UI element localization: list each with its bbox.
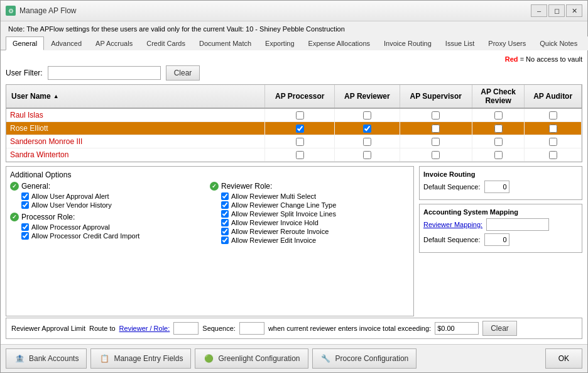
tab-proxy-users[interactable]: Proxy Users [481, 36, 533, 50]
user-name-rose[interactable]: Rose Elliott [10, 124, 48, 133]
col-header-username[interactable]: User Name ▲ [6, 85, 265, 108]
red-label: Red [505, 55, 518, 63]
procore-configuration-button[interactable]: 🔧 Procore Configuration [312, 348, 417, 369]
allow-processor-credit-card-checkbox[interactable] [21, 232, 29, 240]
user-name-raul[interactable]: Raul Islas [10, 111, 43, 120]
user-filter-input[interactable] [48, 66, 161, 80]
additional-options-title: Additional Options [10, 170, 410, 179]
raul-ap-auditor[interactable] [549, 111, 557, 120]
allow-reviewer-split-invoice-option[interactable]: Allow Reviewer Split Invoice Lines [221, 210, 405, 218]
sanderson-ap-processor[interactable] [296, 138, 304, 146]
sandra-ap-reviewer[interactable] [363, 151, 371, 159]
allow-user-vendor-history-checkbox[interactable] [21, 201, 29, 209]
table-row[interactable]: Raul Islas [6, 108, 582, 122]
allow-reviewer-split-invoice-checkbox[interactable] [221, 210, 229, 218]
allow-reviewer-edit-invoice-label: Allow Reviewer Edit Invoice [231, 237, 316, 244]
general-section-label: General: [21, 182, 50, 191]
allow-reviewer-split-invoice-label: Allow Reviewer Split Invoice Lines [231, 210, 336, 218]
user-name-sanderson[interactable]: Sanderson Monroe III [10, 137, 82, 146]
manage-ap-flow-window: ⚙ Manage AP Flow – ◻ ✕ Note: The APFlow … [0, 0, 588, 373]
sandra-ap-supervisor[interactable] [432, 151, 440, 159]
clear-filter-button[interactable]: Clear [166, 65, 200, 81]
rose-ap-check-review[interactable] [494, 125, 503, 133]
sandra-ap-check-review[interactable] [494, 151, 503, 159]
amount-input[interactable] [435, 322, 479, 335]
allow-reviewer-change-line-type-checkbox[interactable] [221, 201, 229, 209]
allow-reviewer-invoice-hold-option[interactable]: Allow Reviewer Invoice Hold [221, 219, 405, 226]
user-name-sandra[interactable]: Sandra Winterton [10, 150, 68, 159]
options-columns: ✓ General: Allow User Approval Alert All [10, 182, 410, 312]
ok-button[interactable]: OK [545, 348, 582, 369]
tab-credit-cards[interactable]: Credit Cards [139, 36, 192, 50]
rose-ap-auditor[interactable] [549, 125, 557, 133]
accounting-sequence-input[interactable] [484, 233, 509, 246]
close-button[interactable]: ✕ [566, 4, 582, 17]
greenlight-configuration-button[interactable]: 🟢 Greenlight Configuration [195, 348, 308, 369]
tab-general[interactable]: General [6, 36, 44, 50]
allow-processor-approval-checkbox[interactable] [21, 223, 29, 231]
allow-user-approval-alert-option[interactable]: Allow User Approval Alert [21, 192, 205, 200]
tab-issue-list[interactable]: Issue List [438, 36, 481, 50]
tab-validation[interactable]: Validation [584, 36, 588, 50]
allow-reviewer-edit-invoice-option[interactable]: Allow Reviewer Edit Invoice [221, 237, 405, 244]
minimize-button[interactable]: – [531, 4, 547, 17]
col-header-ap-supervisor[interactable]: AP Supervisor [400, 85, 472, 108]
allow-reviewer-change-line-type-option[interactable]: Allow Reviewer Change Line Type [221, 201, 405, 209]
allow-reviewer-edit-invoice-checkbox[interactable] [221, 237, 229, 244]
tab-ap-accruals[interactable]: AP Accruals [89, 36, 139, 50]
bank-accounts-button[interactable]: 🏦 Bank Accounts [6, 348, 87, 369]
allow-reviewer-multi-select-option[interactable]: Allow Reviewer Multi Select [221, 192, 405, 200]
table-row[interactable]: Rose Elliott [6, 122, 582, 135]
reviewer-mapping-input[interactable] [486, 218, 549, 231]
allow-reviewer-reroute-option[interactable]: Allow Reviewer Reroute Invoice [221, 228, 405, 235]
raul-ap-supervisor[interactable] [432, 111, 440, 120]
allow-reviewer-invoice-hold-checkbox[interactable] [221, 219, 229, 226]
allow-processor-approval-option[interactable]: Allow Processor Approval [21, 223, 205, 231]
tab-exporting[interactable]: Exporting [258, 36, 301, 50]
manage-entry-fields-button[interactable]: 📋 Manage Entry Fields [90, 348, 191, 369]
col-header-ap-reviewer[interactable]: AP Reviewer [335, 85, 400, 108]
sandra-ap-auditor[interactable] [549, 151, 557, 159]
options-right-col: ✓ Reviewer Role: Allow Reviewer Multi Se… [210, 182, 410, 312]
procore-icon: 🔧 [320, 353, 332, 364]
sanderson-ap-check-review[interactable] [494, 138, 503, 146]
reviewer-role-input[interactable] [173, 322, 199, 335]
allow-processor-credit-card-option[interactable]: Allow Processor Credit Card Import [21, 232, 205, 240]
tab-expense-allocations[interactable]: Expense Allocations [302, 36, 377, 50]
sanderson-ap-auditor[interactable] [549, 138, 557, 146]
tab-invoice-routing[interactable]: Invoice Routing [377, 36, 438, 50]
tab-advanced[interactable]: Advanced [44, 36, 89, 50]
tab-document-match[interactable]: Document Match [192, 36, 258, 50]
user-table-container[interactable]: User Name ▲ AP Processor AP Reviewer AP … [6, 84, 582, 162]
reviewer-section-header: ✓ Reviewer Role: [210, 182, 405, 191]
sanderson-ap-reviewer[interactable] [363, 138, 371, 146]
col-header-ap-check-review[interactable]: AP CheckReview [472, 85, 525, 108]
table-row[interactable]: Sanderson Monroe III [6, 135, 582, 148]
rose-ap-reviewer[interactable] [363, 125, 371, 133]
reviewer-mapping-link[interactable]: Reviewer Mapping: [423, 221, 482, 228]
sanderson-ap-supervisor[interactable] [432, 138, 440, 146]
col-header-ap-processor[interactable]: AP Processor [265, 85, 335, 108]
allow-user-approval-alert-checkbox[interactable] [21, 192, 29, 200]
col-header-ap-auditor[interactable]: AP Auditor [525, 85, 582, 108]
rose-ap-supervisor[interactable] [432, 125, 440, 133]
table-row[interactable]: Sandra Winterton [6, 148, 582, 162]
sandra-ap-processor[interactable] [296, 151, 304, 159]
rose-ap-processor[interactable] [296, 125, 304, 133]
raul-ap-reviewer[interactable] [363, 111, 371, 120]
reviewer-role-link[interactable]: Reviewer / Role: [119, 325, 170, 332]
right-panels: Invoice Routing Default Sequence: Accoun… [419, 166, 582, 316]
allow-reviewer-reroute-checkbox[interactable] [221, 228, 229, 235]
red-note-text: = No access to vault [520, 55, 582, 63]
vault-access-note: Red = No access to vault [6, 55, 582, 63]
raul-ap-processor[interactable] [296, 111, 304, 120]
invoice-routing-sequence-input[interactable] [484, 181, 509, 193]
raul-ap-check-review[interactable] [494, 111, 503, 120]
sequence-input[interactable] [239, 322, 264, 335]
approval-clear-button[interactable]: Clear [482, 321, 517, 336]
maximize-button[interactable]: ◻ [548, 4, 565, 17]
tab-quick-notes[interactable]: Quick Notes [533, 36, 584, 50]
allow-reviewer-multi-select-checkbox[interactable] [221, 192, 229, 200]
additional-options-panel: Additional Options ✓ General: [6, 166, 414, 316]
allow-user-vendor-history-option[interactable]: Allow User Vendor History [21, 201, 205, 209]
